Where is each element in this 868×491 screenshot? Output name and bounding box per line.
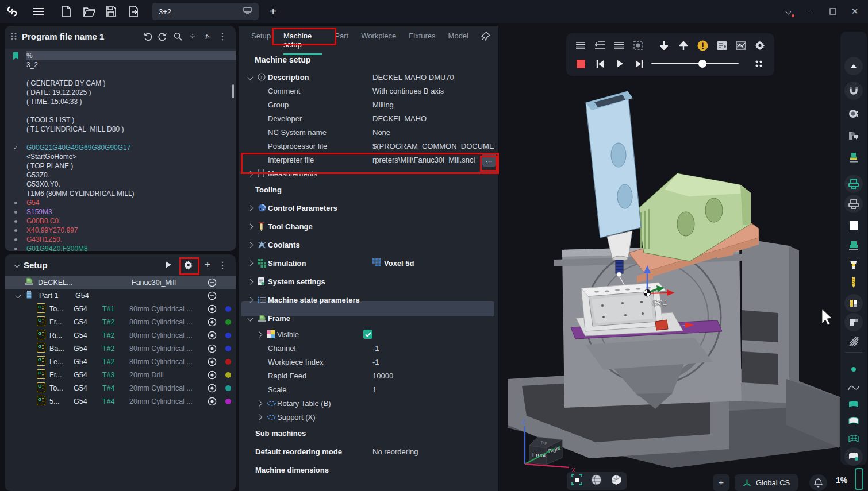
prop-comment[interactable]: CommentWith continues B axis xyxy=(239,84,498,98)
collapse-chevron-icon[interactable] xyxy=(248,74,254,80)
part-tree-row[interactable]: Part 1 G54 xyxy=(5,289,236,302)
redo-button[interactable] xyxy=(155,29,170,44)
code-line[interactable]: ✓G00G21G40G49G69G80G90G17 xyxy=(5,143,236,152)
code-line[interactable]: G00B0.C0. xyxy=(5,216,236,226)
section-control-parameters[interactable]: Control Parameters xyxy=(239,199,498,217)
prop-postprocessor-file[interactable]: Postprocessor file$(PROGRAM_COMMON_DOCUM… xyxy=(239,139,498,153)
surface-white-button[interactable] xyxy=(844,412,863,430)
add-view-button[interactable]: + xyxy=(713,474,729,491)
maximize-button[interactable] xyxy=(823,0,843,23)
code-line[interactable]: G43H1Z50. xyxy=(5,235,236,244)
notifications-chevron-button[interactable] xyxy=(778,0,798,23)
prop-developer[interactable]: DeveloperDECKEL MAHO xyxy=(239,111,498,125)
open-file-button[interactable] xyxy=(82,4,97,19)
editor-scrollbar[interactable] xyxy=(232,84,234,98)
control-panel-icon[interactable] xyxy=(712,37,731,53)
skip-to-end-button[interactable] xyxy=(629,56,649,72)
section-simulation[interactable]: Simulation Voxel 5d xyxy=(239,254,498,272)
prop-visible[interactable]: Visible xyxy=(239,327,498,341)
section-machine-dimensions[interactable]: Machine dimensions xyxy=(239,461,498,479)
tab-fixtures[interactable]: Fixtures xyxy=(409,32,435,45)
code-line[interactable]: ( TOOLS LIST ) xyxy=(5,115,236,125)
tab-setup[interactable]: Setup xyxy=(251,32,271,45)
prop-nc-system-name[interactable]: NC System nameNone xyxy=(239,125,498,139)
radio-icon[interactable] xyxy=(203,357,221,366)
expand-chevron-icon[interactable] xyxy=(248,242,254,248)
prop-default-reordering-mode[interactable]: Default reordering mode No reordering xyxy=(239,442,498,461)
holder-display-active-button[interactable] xyxy=(844,175,863,193)
document-tab[interactable]: 3+2 xyxy=(152,3,259,20)
code-line[interactable]: S159M3 xyxy=(5,207,236,216)
expand-chevron-icon[interactable] xyxy=(248,171,254,176)
code-line[interactable] xyxy=(5,106,236,115)
tool-display-button[interactable] xyxy=(844,148,863,167)
fit-view-button[interactable] xyxy=(571,474,582,488)
collapse-chevron-icon[interactable] xyxy=(14,262,20,268)
suppress-icon[interactable] xyxy=(203,278,221,287)
function-tool-button[interactable]: fx xyxy=(200,29,215,44)
expand-chevron-icon[interactable] xyxy=(248,223,254,229)
section-system-settings[interactable]: System settings xyxy=(239,272,498,291)
magnet-snap-button[interactable] xyxy=(844,82,863,100)
run-simulation-button[interactable] xyxy=(161,257,176,272)
radio-icon[interactable] xyxy=(203,318,221,327)
minimize-button[interactable]: – xyxy=(801,0,821,23)
drill-display-button[interactable] xyxy=(844,273,863,292)
export-file-button[interactable] xyxy=(126,4,141,19)
stop-button[interactable] xyxy=(571,56,590,72)
search-icon[interactable] xyxy=(170,29,185,44)
section-tool-change[interactable]: Tool Change xyxy=(239,217,498,235)
code-line[interactable]: G54 xyxy=(5,198,236,207)
tab-workpiece[interactable]: Workpiece xyxy=(361,32,396,45)
collapse-rail-button[interactable] xyxy=(844,57,863,75)
radio-icon[interactable] xyxy=(203,370,221,380)
skip-to-start-button[interactable] xyxy=(590,56,610,72)
prop-measurements[interactable]: Measurements xyxy=(239,167,498,180)
prop-channel[interactable]: Channel-1 xyxy=(239,341,498,355)
operation-tree-row[interactable]: GBa...G54T#280mm Cylindrical ... xyxy=(5,342,236,355)
code-line[interactable]: G01G94Z0.F300M8 xyxy=(5,244,236,251)
main-menu-button[interactable] xyxy=(31,4,46,19)
tool-orientation-button[interactable] xyxy=(844,294,863,312)
expand-chevron-icon[interactable] xyxy=(16,293,21,299)
holder-section-button[interactable] xyxy=(844,313,863,331)
coordinate-system-selector[interactable]: Global CS xyxy=(735,474,798,491)
undo-button[interactable] xyxy=(140,29,155,44)
prop-rapid-feed[interactable]: Rapid Feed10000 xyxy=(239,369,498,382)
target-display-button[interactable] xyxy=(844,237,863,255)
interpreter-file-value[interactable]: rpreters\Mill\Fanuc30i_Mill.snci xyxy=(372,156,482,164)
operation-tree-row[interactable]: GTo...G54T#420mm Cylindrical ... xyxy=(5,381,236,395)
tab-part[interactable]: Part xyxy=(335,32,348,45)
isometric-view-button[interactable] xyxy=(610,474,622,488)
new-tab-button[interactable]: + xyxy=(266,4,281,19)
surface-points-button[interactable] xyxy=(844,447,863,466)
selection-region-icon[interactable] xyxy=(628,37,647,53)
new-file-button[interactable] xyxy=(59,4,74,19)
surface-report-icon[interactable] xyxy=(731,37,750,53)
browse-file-button[interactable]: ... xyxy=(482,153,496,167)
expand-chevron-icon[interactable] xyxy=(248,297,254,303)
code-line[interactable] xyxy=(5,134,236,143)
machine-view-button[interactable] xyxy=(844,126,863,145)
pin-icon[interactable] xyxy=(481,32,490,42)
show-all-lines-icon[interactable] xyxy=(571,37,590,53)
code-line[interactable]: ( DATE: 19.12.2025 ) xyxy=(5,88,236,97)
operation-tree-row[interactable]: GRi...G54T#280mm Cylindrical ... xyxy=(5,328,236,342)
point-display-button[interactable] xyxy=(844,360,863,378)
code-line[interactable]: T1M6 (80MM CYLINDRICAL MILL) xyxy=(5,189,236,198)
setup-menu-button[interactable]: ⋮ xyxy=(215,257,230,272)
code-line[interactable]: ( TIME: 15:04:33 ) xyxy=(5,97,236,106)
operation-tree-row[interactable]: GLe...G54T#280mm Cylindrical ... xyxy=(5,355,236,368)
section-machine-state-parameters[interactable]: Machine state parameters xyxy=(239,291,498,309)
prop-scale[interactable]: Scale1 xyxy=(239,382,498,396)
radio-icon[interactable] xyxy=(203,397,221,406)
operation-tree-row[interactable]: GTo...G54T#180mm Cylindrical ... xyxy=(5,302,236,315)
divide-tool-button[interactable]: ÷ xyxy=(185,29,200,44)
code-line[interactable]: ( T1 CYLINDRICAL_MILL D80 ) xyxy=(5,125,236,134)
save-button[interactable] xyxy=(103,4,118,19)
drag-handle-icon[interactable] xyxy=(10,32,17,40)
section-sub-machines[interactable]: Sub machines xyxy=(239,424,498,442)
warnings-icon[interactable] xyxy=(693,37,712,53)
toolpath-curve-button[interactable] xyxy=(844,378,863,397)
code-line[interactable]: 3_2 xyxy=(5,60,236,69)
